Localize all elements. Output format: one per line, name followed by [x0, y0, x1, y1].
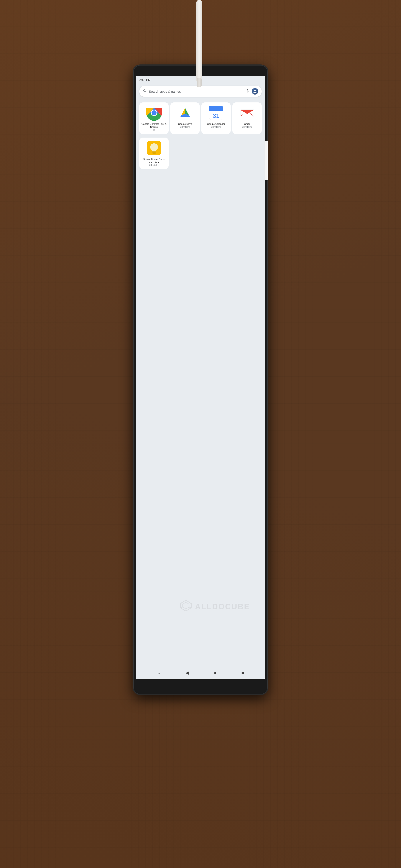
app-chrome[interactable]: Google Chrome: Fast & Secure ☑	[139, 102, 168, 134]
tablet-device: Please peel off this mask AFTER applicat…	[133, 65, 268, 694]
empty-screen-area: ALLDOCUBE	[136, 173, 265, 679]
svg-rect-21	[152, 152, 156, 153]
gmail-app-icon	[239, 105, 255, 121]
alldocube-brand-text: ALLDOCUBE	[195, 602, 250, 611]
chrome-app-status: ☑	[153, 129, 155, 131]
screen-protector-sticker: Please peel off this mask AFTER applicat…	[265, 141, 268, 180]
status-time: 2:48 PM	[139, 78, 151, 82]
nav-recents-button[interactable]: ■	[241, 670, 244, 675]
alldocube-logo-icon	[180, 599, 192, 614]
usb-cable	[196, 0, 202, 83]
svg-marker-26	[183, 602, 189, 609]
nav-chevron-button[interactable]: ⌄	[157, 670, 161, 675]
brand-watermark: ALLDOCUBE	[180, 599, 250, 614]
app-keep[interactable]: Google Keep - Notes and Lists ☑ Installe…	[139, 137, 168, 169]
keep-app-icon	[146, 140, 162, 156]
nav-back-button[interactable]: ◀	[186, 670, 189, 675]
svg-text:T: T	[215, 111, 217, 113]
sticker-text: Please peel off this mask AFTER applicat…	[267, 141, 268, 180]
keep-app-name: Google Keep - Notes and Lists	[141, 158, 167, 164]
search-icon	[143, 89, 147, 94]
drive-app-name: Google Drive	[178, 122, 192, 125]
gmail-app-name: Gmail	[244, 122, 250, 125]
calendar-app-status: ☑ Installed	[211, 126, 221, 128]
chrome-app-icon	[146, 105, 162, 121]
svg-rect-12	[209, 108, 223, 110]
svg-rect-22	[152, 153, 155, 154]
keep-app-status: ☑ Installed	[149, 164, 159, 166]
calendar-app-name: Google Calendar	[207, 122, 225, 125]
svg-text:31: 31	[213, 113, 219, 119]
gmail-app-status: ☑ Installed	[242, 126, 252, 128]
tablet-screen: 2:48 PM Search apps & games	[136, 76, 265, 679]
svg-point-3	[151, 110, 156, 115]
search-placeholder: Search apps & games	[149, 90, 243, 93]
app-drive[interactable]: Google Drive ☑ Installed	[170, 102, 199, 134]
drive-app-status: ☑ Installed	[180, 126, 190, 128]
user-avatar[interactable]	[252, 88, 258, 95]
apps-grid-row1: Google Chrome: Fast & Secure ☑	[136, 99, 265, 137]
calendar-app-icon: 31 T	[208, 105, 224, 121]
app-gmail[interactable]: Gmail ☑ Installed	[233, 102, 262, 134]
chrome-app-name: Google Chrome: Fast & Secure	[141, 122, 167, 129]
navigation-bar: ⌄ ◀ ● ■	[136, 666, 265, 679]
app-calendar[interactable]: 31 T Google Calendar ☑ Installed	[202, 102, 231, 134]
search-bar[interactable]: Search apps & games	[139, 86, 262, 97]
apps-grid-row2: Google Keep - Notes and Lists ☑ Installe…	[136, 137, 265, 173]
drive-app-icon	[177, 105, 193, 121]
mic-icon[interactable]	[246, 89, 250, 94]
nav-home-button[interactable]: ●	[214, 670, 216, 675]
